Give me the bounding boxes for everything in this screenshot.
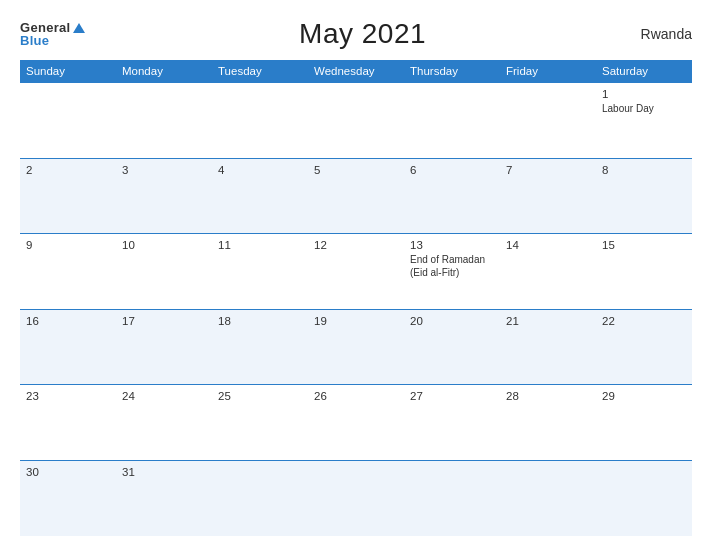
day-cell: [500, 83, 596, 159]
day-number: 3: [122, 164, 206, 176]
day-cell: 1Labour Day: [596, 83, 692, 159]
calendar-title: May 2021: [299, 18, 426, 50]
calendar-header: Sunday Monday Tuesday Wednesday Thursday…: [20, 60, 692, 83]
day-number: 2: [26, 164, 110, 176]
header-monday: Monday: [116, 60, 212, 83]
week-row-4: 23242526272829: [20, 385, 692, 461]
day-cell: [500, 460, 596, 536]
logo-triangle-icon: [73, 23, 85, 33]
day-cell: 3: [116, 158, 212, 234]
day-cell: 15: [596, 234, 692, 310]
day-cell: 22: [596, 309, 692, 385]
day-cell: 24: [116, 385, 212, 461]
day-number: 7: [506, 164, 590, 176]
day-cell: 29: [596, 385, 692, 461]
header-wednesday: Wednesday: [308, 60, 404, 83]
day-cell: 23: [20, 385, 116, 461]
day-number: 9: [26, 239, 110, 251]
week-row-3: 16171819202122: [20, 309, 692, 385]
day-number: 8: [602, 164, 686, 176]
day-number: 16: [26, 315, 110, 327]
day-event: Labour Day: [602, 102, 686, 115]
day-number: 23: [26, 390, 110, 402]
day-number: 14: [506, 239, 590, 251]
logo: General Blue: [20, 21, 85, 47]
day-cell: 17: [116, 309, 212, 385]
day-cell: [308, 460, 404, 536]
day-number: 1: [602, 88, 686, 100]
week-row-0: 1Labour Day: [20, 83, 692, 159]
country-label: Rwanda: [641, 26, 692, 42]
calendar-table: Sunday Monday Tuesday Wednesday Thursday…: [20, 60, 692, 536]
day-number: 15: [602, 239, 686, 251]
logo-blue-text: Blue: [20, 34, 49, 47]
day-cell: 7: [500, 158, 596, 234]
day-cell: 5: [308, 158, 404, 234]
day-cell: 20: [404, 309, 500, 385]
day-cell: 2: [20, 158, 116, 234]
day-number: 25: [218, 390, 302, 402]
page: General Blue May 2021 Rwanda Sunday Mond…: [0, 0, 712, 550]
day-cell: 28: [500, 385, 596, 461]
day-number: 26: [314, 390, 398, 402]
day-cell: 8: [596, 158, 692, 234]
day-cell: [116, 83, 212, 159]
day-cell: 6: [404, 158, 500, 234]
day-number: 31: [122, 466, 206, 478]
day-number: 19: [314, 315, 398, 327]
day-number: 24: [122, 390, 206, 402]
week-row-5: 3031: [20, 460, 692, 536]
day-number: 21: [506, 315, 590, 327]
day-number: 20: [410, 315, 494, 327]
day-cell: 13End of Ramadan (Eid al-Fitr): [404, 234, 500, 310]
day-cell: [596, 460, 692, 536]
calendar-body: 1Labour Day2345678910111213End of Ramada…: [20, 83, 692, 537]
day-number: 4: [218, 164, 302, 176]
day-cell: 9: [20, 234, 116, 310]
day-number: 18: [218, 315, 302, 327]
day-number: 17: [122, 315, 206, 327]
day-cell: 10: [116, 234, 212, 310]
header-saturday: Saturday: [596, 60, 692, 83]
day-number: 27: [410, 390, 494, 402]
day-cell: 21: [500, 309, 596, 385]
header-thursday: Thursday: [404, 60, 500, 83]
header-sunday: Sunday: [20, 60, 116, 83]
day-cell: 16: [20, 309, 116, 385]
weekday-row: Sunday Monday Tuesday Wednesday Thursday…: [20, 60, 692, 83]
day-cell: 18: [212, 309, 308, 385]
header-tuesday: Tuesday: [212, 60, 308, 83]
day-cell: 25: [212, 385, 308, 461]
day-number: 6: [410, 164, 494, 176]
day-number: 12: [314, 239, 398, 251]
week-row-2: 910111213End of Ramadan (Eid al-Fitr)141…: [20, 234, 692, 310]
day-number: 5: [314, 164, 398, 176]
day-number: 13: [410, 239, 494, 251]
day-cell: 26: [308, 385, 404, 461]
day-cell: 14: [500, 234, 596, 310]
day-cell: 12: [308, 234, 404, 310]
day-cell: 11: [212, 234, 308, 310]
day-number: 11: [218, 239, 302, 251]
day-cell: 19: [308, 309, 404, 385]
day-cell: [20, 83, 116, 159]
day-number: 29: [602, 390, 686, 402]
day-cell: 31: [116, 460, 212, 536]
day-cell: [404, 460, 500, 536]
day-cell: 30: [20, 460, 116, 536]
day-event: End of Ramadan (Eid al-Fitr): [410, 253, 494, 279]
day-number: 22: [602, 315, 686, 327]
day-cell: [212, 83, 308, 159]
week-row-1: 2345678: [20, 158, 692, 234]
top-bar: General Blue May 2021 Rwanda: [20, 18, 692, 50]
day-cell: 4: [212, 158, 308, 234]
day-number: 28: [506, 390, 590, 402]
day-cell: [404, 83, 500, 159]
day-number: 30: [26, 466, 110, 478]
header-friday: Friday: [500, 60, 596, 83]
day-cell: [212, 460, 308, 536]
day-cell: [308, 83, 404, 159]
day-cell: 27: [404, 385, 500, 461]
day-number: 10: [122, 239, 206, 251]
